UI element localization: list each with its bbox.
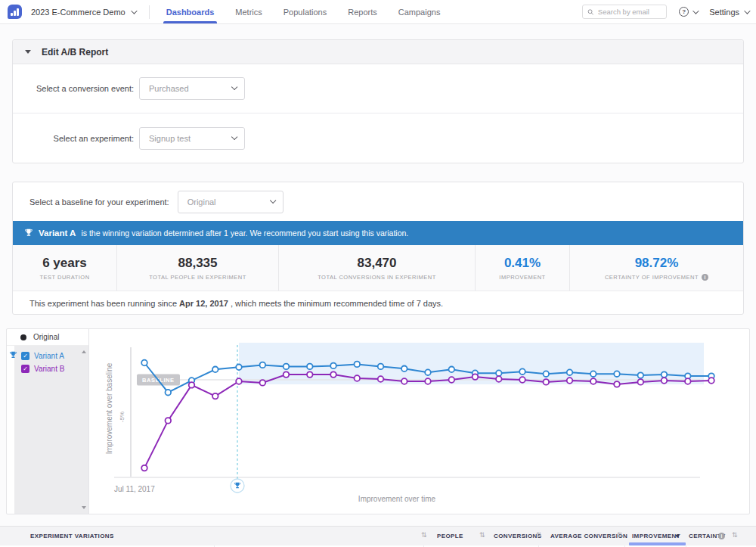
data-point[interactable] xyxy=(472,374,479,380)
data-point[interactable] xyxy=(544,371,550,377)
sort-icon[interactable] xyxy=(617,531,623,539)
conversion-event-label: Select a conversion event: xyxy=(13,84,134,93)
top-nav: 2023 E-Commerce Demo Dashboards Metrics … xyxy=(0,0,756,24)
data-point[interactable] xyxy=(425,378,431,384)
data-point[interactable] xyxy=(449,377,455,383)
data-point[interactable] xyxy=(544,379,550,385)
sort-icon[interactable] xyxy=(536,531,542,539)
data-point[interactable] xyxy=(519,377,525,383)
legend-label: Variant B xyxy=(34,365,64,373)
y-axis-tick-label: -5% xyxy=(119,412,125,422)
data-point[interactable] xyxy=(355,375,361,381)
settings-menu[interactable]: Settings xyxy=(709,8,748,17)
legend-item-original[interactable]: Original xyxy=(7,329,88,346)
data-point[interactable] xyxy=(614,371,620,377)
sort-desc-icon[interactable] xyxy=(675,535,680,538)
data-point[interactable] xyxy=(496,376,502,382)
data-point[interactable] xyxy=(590,378,596,384)
data-point[interactable] xyxy=(449,367,455,373)
chevron-down-icon xyxy=(270,197,276,203)
data-point[interactable] xyxy=(567,378,573,384)
variations-table-header: EXPERIMENT VARIATIONS PEOPLE CONVERSIONS… xyxy=(0,526,756,547)
help-menu[interactable] xyxy=(679,7,697,17)
data-point[interactable] xyxy=(378,376,384,382)
search-box[interactable] xyxy=(582,5,667,19)
sort-icon[interactable] xyxy=(421,531,427,539)
nav-reports[interactable]: Reports xyxy=(348,0,377,23)
legend-item-variant-b[interactable]: Variant B xyxy=(14,362,88,375)
data-point[interactable] xyxy=(401,366,407,372)
data-point[interactable] xyxy=(260,380,266,386)
data-point[interactable] xyxy=(662,371,668,378)
data-point[interactable] xyxy=(519,368,525,375)
app-logo-icon[interactable] xyxy=(8,5,22,19)
data-point[interactable] xyxy=(141,360,147,366)
col-average-conversion[interactable]: AVERAGE CONVERSION xyxy=(550,533,627,539)
nav-populations[interactable]: Populations xyxy=(284,0,327,23)
project-switcher[interactable]: 2023 E-Commerce Demo xyxy=(31,8,135,17)
panel-collapse-header[interactable]: Edit A/B Report xyxy=(13,40,743,64)
data-point[interactable] xyxy=(166,390,172,396)
sort-icon[interactable] xyxy=(479,531,485,539)
info-icon[interactable] xyxy=(702,274,708,281)
data-point[interactable] xyxy=(708,378,714,384)
baseline-select[interactable]: Original xyxy=(178,191,284,213)
data-point[interactable] xyxy=(330,363,336,369)
data-point[interactable] xyxy=(378,364,384,370)
scroll-up-icon[interactable] xyxy=(82,350,86,353)
data-point[interactable] xyxy=(567,369,573,375)
data-point[interactable] xyxy=(189,382,195,388)
active-sort-underline xyxy=(629,542,686,545)
checkbox-checked-icon[interactable] xyxy=(21,365,29,373)
winner-banner: Variant A is the winning variation deter… xyxy=(13,221,743,245)
data-point[interactable] xyxy=(638,379,644,385)
collapse-caret-icon xyxy=(25,50,31,54)
data-point[interactable] xyxy=(166,418,172,424)
conversion-event-select[interactable]: Purchased xyxy=(139,77,245,100)
scroll-down-icon[interactable] xyxy=(82,506,86,509)
data-point[interactable] xyxy=(355,362,361,368)
data-point[interactable] xyxy=(260,362,266,368)
nav-campaigns[interactable]: Campaigns xyxy=(398,0,441,23)
data-point[interactable] xyxy=(212,367,218,373)
data-point[interactable] xyxy=(307,364,313,370)
col-people[interactable]: PEOPLE xyxy=(437,533,463,539)
legend-item-variant-a[interactable]: Variant A xyxy=(14,350,88,362)
data-point[interactable] xyxy=(141,465,147,471)
col-experiment-variations: EXPERIMENT VARIATIONS xyxy=(30,533,114,539)
data-point[interactable] xyxy=(284,364,290,370)
trophy-icon xyxy=(24,228,33,238)
nav-dashboards[interactable]: Dashboards xyxy=(166,0,215,23)
data-point[interactable] xyxy=(236,378,242,384)
significance-trophy-marker[interactable] xyxy=(231,479,244,493)
legend-label: Variant A xyxy=(34,352,64,360)
chevron-down-icon xyxy=(131,8,137,14)
data-point[interactable] xyxy=(212,393,218,399)
info-icon[interactable] xyxy=(718,533,725,539)
data-point[interactable] xyxy=(638,372,644,378)
col-conversions[interactable]: CONVERSIONS xyxy=(494,533,542,539)
experiment-select[interactable]: Signup test xyxy=(139,127,245,150)
data-point[interactable] xyxy=(590,371,596,377)
chart-plot-area[interactable]: BASELINE Improvement over baseline -5% J… xyxy=(89,329,749,514)
data-point[interactable] xyxy=(401,378,407,384)
data-point[interactable] xyxy=(614,381,620,387)
sort-icon[interactable] xyxy=(732,531,738,539)
chevron-down-icon xyxy=(744,8,750,14)
col-improvement[interactable]: IMPROVEMENT xyxy=(632,533,680,539)
data-point[interactable] xyxy=(685,378,691,384)
stat-test-duration: 6 years TEST DURATION xyxy=(13,245,117,291)
data-point[interactable] xyxy=(425,369,431,375)
data-point[interactable] xyxy=(662,378,668,384)
nav-metrics[interactable]: Metrics xyxy=(235,0,262,23)
data-point[interactable] xyxy=(496,370,502,376)
search-input[interactable] xyxy=(598,8,662,16)
conversion-event-value: Purchased xyxy=(149,84,189,93)
data-point[interactable] xyxy=(330,371,336,378)
baseline-value: Original xyxy=(187,197,216,207)
legend-label: Original xyxy=(33,333,59,341)
data-point[interactable] xyxy=(307,371,313,378)
checkbox-checked-icon[interactable] xyxy=(21,352,29,360)
data-point[interactable] xyxy=(284,371,290,378)
data-point[interactable] xyxy=(236,365,242,371)
